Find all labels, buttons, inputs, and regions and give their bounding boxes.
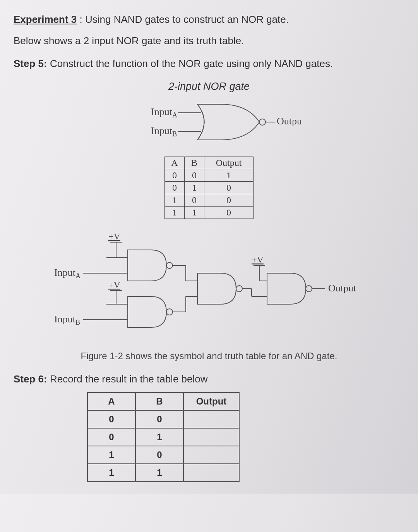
step5-line: Step 5: Construct the function of the NO… xyxy=(14,58,404,70)
svg-point-25 xyxy=(306,286,312,292)
plusV-label-3: +V xyxy=(252,255,264,265)
svg-text:InputA: InputA xyxy=(151,106,177,119)
figure-title: 2-input NOR gate xyxy=(14,81,404,93)
intro-text: Below shows a 2 input NOR gate and its t… xyxy=(14,35,404,47)
table-row: 00 xyxy=(87,410,239,428)
inputB-label: Input xyxy=(151,125,173,136)
inputA-label: Input xyxy=(151,106,173,117)
step5-text: Construct the function of the NOR gate u… xyxy=(50,58,333,69)
diagram2-inputB: Input xyxy=(54,313,76,325)
diagram2-output: Output xyxy=(328,282,356,294)
table-row: 01 xyxy=(87,428,239,446)
experiment-subtitle: : Using NAND gates to construct an NOR g… xyxy=(80,14,289,25)
step6-line: Step 6: Record the result in the table b… xyxy=(14,373,404,385)
step6-text: Record the result in the table below xyxy=(50,373,208,385)
nor-gate-diagram: InputA InputB Output xyxy=(14,96,404,147)
svg-point-12 xyxy=(166,309,173,315)
table-row: 001 xyxy=(165,169,254,181)
svg-text:InputB: InputB xyxy=(151,125,177,138)
table-row: 100 xyxy=(165,194,254,206)
svg-text:InputA: InputA xyxy=(54,267,81,280)
res-th-Out: Output xyxy=(183,393,239,410)
result-table: A B Output 00 01 10 11 xyxy=(87,392,240,482)
svg-point-18 xyxy=(236,286,242,292)
ref-th-Out: Output xyxy=(204,157,254,169)
table-row: 10 xyxy=(87,446,239,464)
experiment-title: Experiment 3 xyxy=(14,14,77,25)
nand-construction-diagram: +V +V +V InputA InputB Output xyxy=(14,229,404,345)
figure-caption: Figure 1-2 shows the sysmbol and truth t… xyxy=(14,351,404,362)
diagram2-inputA: Input xyxy=(54,267,76,278)
table-row: 11 xyxy=(87,464,239,482)
plusV-label-2: +V xyxy=(108,280,121,290)
ref-th-B: B xyxy=(185,157,204,169)
step6-label: Step 6: xyxy=(14,373,47,385)
step5-label: Step 5: xyxy=(14,58,47,69)
svg-text:InputB: InputB xyxy=(54,313,80,326)
plusV-label-1: +V xyxy=(108,231,121,241)
inputB-sub: B xyxy=(172,130,177,138)
table-row: 110 xyxy=(165,206,254,219)
ref-th-A: A xyxy=(165,157,185,169)
reference-truth-table: A B Output 001 010 100 110 xyxy=(164,157,254,219)
table-row: 010 xyxy=(165,181,254,194)
svg-point-2 xyxy=(259,119,266,125)
diagram2-inputB-sub: B xyxy=(75,319,80,326)
res-th-B: B xyxy=(135,393,183,410)
output-label: Output xyxy=(277,115,302,127)
diagram2-inputA-sub: A xyxy=(75,272,81,280)
res-th-A: A xyxy=(87,393,135,410)
inputA-sub: A xyxy=(172,111,177,119)
svg-point-6 xyxy=(166,262,173,269)
experiment-heading: Experiment 3 : Using NAND gates to const… xyxy=(14,12,404,28)
